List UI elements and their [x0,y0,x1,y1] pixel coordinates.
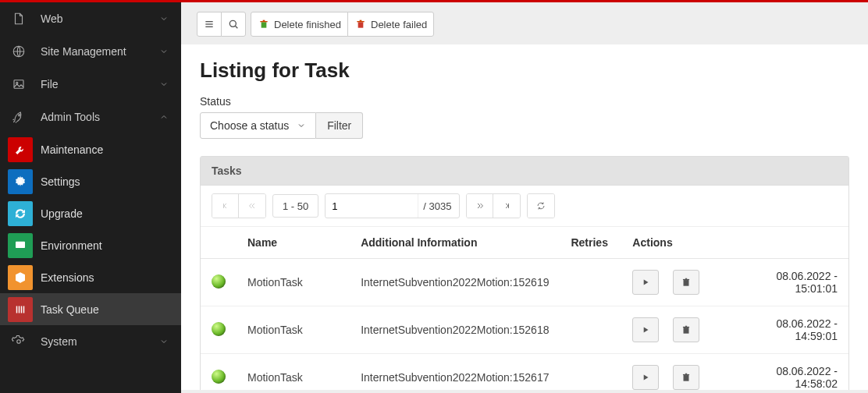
svg-rect-18 [263,20,265,21]
svg-rect-17 [260,21,267,22]
page-first-button[interactable] [212,194,239,218]
svg-rect-20 [357,21,364,22]
paging-toolbar: 1 - 50 / 3035 [201,186,848,227]
svg-marker-24 [644,280,649,285]
col-actions: Actions [621,227,729,259]
cell-info: InternetSubvention2022Motion:152618 [350,306,560,354]
tasks-panel: Tasks 1 - 50 / 3035 [200,156,849,390]
svg-point-3 [19,115,20,116]
sidebar-label: Extensions [41,271,181,284]
chevron-down-icon [158,12,170,25]
page-next-button[interactable] [467,194,493,218]
svg-rect-8 [21,306,23,313]
sidebar-item-admin-tools[interactable]: Admin Tools [0,101,181,133]
delete-button[interactable] [673,317,699,342]
cell-name: MotionTask [237,259,350,306]
sidebar-label: Web [41,12,158,25]
svg-rect-9 [23,306,25,313]
cell-info: InternetSubvention2022Motion:152619 [350,259,560,306]
status-success-icon [212,274,226,289]
svg-rect-1 [14,80,23,89]
sidebar-item-settings[interactable]: Settings [0,165,181,197]
refresh-icon [8,201,33,226]
cell-name: MotionTask [237,354,350,391]
button-label: Delete finished [274,19,341,30]
page-total: / 3035 [418,194,459,218]
sidebar-item-extensions[interactable]: Extensions [0,261,181,293]
cell-retries [560,354,621,391]
sidebar-item-maintenance[interactable]: Maintenance [0,133,181,165]
status-success-icon [212,322,226,336]
panel-title: Tasks [201,157,848,186]
svg-rect-37 [684,376,688,381]
content: Listing for Task Status Choose a status … [181,44,868,390]
svg-point-14 [229,20,236,27]
toolbar: Delete finished Delete failed [181,2,868,44]
svg-rect-16 [261,22,267,27]
svg-line-15 [235,26,237,28]
tasks-table: Name Additional Information Retries Acti… [201,227,848,390]
page-last-button[interactable] [493,194,520,218]
status-select[interactable]: Choose a status [200,112,316,139]
sidebar: Web Site Management File Admin Tools Mai… [0,0,181,393]
run-button[interactable] [632,317,659,342]
cell-date: 08.06.2022 - 15:01:01 [729,259,848,306]
svg-marker-36 [644,375,649,381]
sidebar-item-task-queue[interactable]: Task Queue [0,293,181,325]
col-name: Name [237,227,350,259]
image-icon [11,76,27,92]
svg-marker-30 [644,328,649,333]
wrench-icon [8,137,33,162]
svg-rect-21 [360,20,362,21]
svg-rect-7 [19,306,20,313]
file-icon [11,11,27,27]
filter-label: Status [200,95,849,108]
page-refresh-button[interactable] [528,194,554,218]
sidebar-label: Admin Tools [41,111,158,123]
list-view-button[interactable] [197,12,222,37]
gear-outline-icon [11,334,27,349]
select-placeholder: Choose a status [210,119,289,132]
page-input[interactable] [326,195,418,217]
cell-retries [560,306,621,354]
filter-button[interactable]: Filter [316,112,363,139]
svg-rect-25 [684,281,688,285]
run-button[interactable] [632,365,659,390]
sidebar-item-file[interactable]: File [0,68,181,101]
table-row: MotionTaskInternetSubvention2022Motion:1… [201,259,848,306]
cell-date: 08.06.2022 - 14:58:02 [729,354,848,391]
sidebar-label: Task Queue [41,303,181,316]
svg-rect-31 [684,328,688,333]
table-row: MotionTaskInternetSubvention2022Motion:1… [201,354,848,391]
sidebar-label: Settings [41,175,181,188]
col-info: Additional Information [350,227,560,259]
page-prev-button[interactable] [239,194,265,218]
delete-button[interactable] [673,270,699,295]
svg-rect-6 [16,306,18,313]
delete-button[interactable] [673,365,699,390]
svg-point-10 [17,340,21,344]
sidebar-label: File [41,78,158,90]
rocket-icon [11,109,27,125]
delete-failed-button[interactable]: Delete failed [347,12,434,37]
sidebar-label: Environment [41,239,181,252]
sidebar-item-environment[interactable]: Environment [0,229,181,261]
sidebar-item-system[interactable]: System [0,325,181,358]
page-range: 1 - 50 [272,194,318,218]
search-button[interactable] [221,12,246,37]
main: Delete finished Delete failed Listing fo… [181,0,868,393]
sidebar-label: System [41,335,158,348]
sidebar-item-web[interactable]: Web [0,2,181,35]
chevron-down-icon [158,335,170,348]
status-success-icon [212,370,226,384]
sidebar-label: Maintenance [41,143,181,156]
run-button[interactable] [632,270,659,295]
chevron-up-icon [158,111,170,123]
gear-icon [8,169,33,194]
sidebar-label: Site Management [41,45,158,58]
delete-finished-button[interactable]: Delete finished [251,12,348,37]
sidebar-item-site-management[interactable]: Site Management [0,35,181,68]
cell-name: MotionTask [237,306,350,354]
sidebar-item-upgrade[interactable]: Upgrade [0,197,181,229]
bars-icon [8,297,33,322]
